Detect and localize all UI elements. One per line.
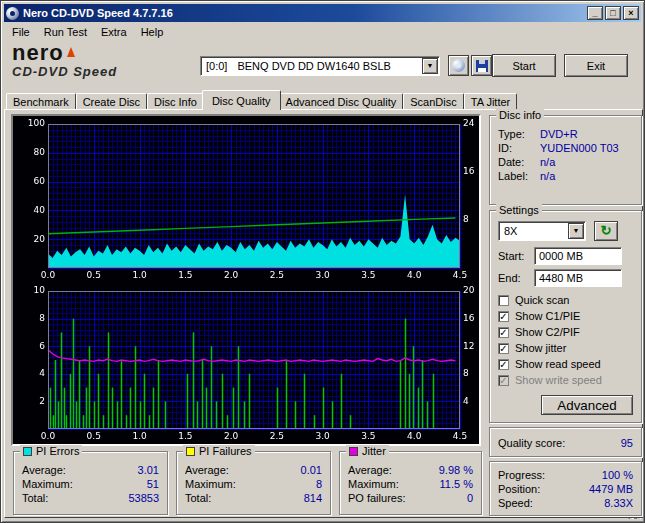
pi-errors-stats-group: PI Errors Average:3.01 Maximum:51 Total:… (13, 451, 168, 515)
logo-product-text: CD-DVD Speed (12, 64, 117, 79)
disc-icon (452, 59, 465, 72)
disc-label-label: Label: (498, 170, 540, 182)
minimize-icon: _ (592, 8, 597, 18)
jitter-average-value: 9.98 % (439, 464, 473, 476)
pi-errors-title: PI Errors (36, 445, 79, 457)
exit-button[interactable]: Exit (564, 54, 628, 77)
tab-benchmark[interactable]: Benchmark (6, 93, 76, 110)
app-window: Nero CD-DVD Speed 4.7.7.16 _ □ × File Ru… (0, 0, 645, 523)
close-button[interactable]: × (623, 6, 639, 20)
disc-type-label: Type: (498, 128, 540, 140)
tab-advanced-disc-quality[interactable]: Advanced Disc Quality (279, 93, 404, 110)
pif-average-value: 0.01 (301, 464, 322, 476)
tab-disc-quality[interactable]: Disc Quality (202, 90, 281, 110)
pie-total-value: 53853 (128, 492, 159, 504)
tab-create-disc[interactable]: Create Disc (76, 93, 147, 110)
progress-label: Progress: (498, 469, 545, 481)
disc-info-group: Disc info Type:DVD+R ID:YUDEN000 T03 Dat… (489, 115, 642, 205)
disc-date-value: n/a (540, 156, 555, 168)
scan-speed-select[interactable]: 8X ▼ (498, 221, 586, 241)
menu-bar: File Run Test Extra Help (4, 22, 641, 41)
jitter-title: Jitter (362, 445, 386, 457)
chevron-down-icon: ▼ (427, 62, 434, 69)
settings-group: Settings 8X ▼ ↻ Start:0000 MB End:4480 M… (489, 210, 642, 423)
scan-speed-value: 8X (499, 225, 568, 237)
flame-icon (67, 47, 75, 57)
advanced-button[interactable]: Advanced (541, 395, 633, 415)
progress-group: Progress:100 % Position:4479 MB Speed:8.… (489, 461, 642, 516)
disc-type-value: DVD+R (540, 128, 578, 140)
checkbox-box (498, 343, 509, 354)
jitter-maximum-value: 11.5 % (440, 478, 473, 490)
start-field-label: Start: (498, 250, 534, 262)
menu-extra[interactable]: Extra (94, 24, 134, 40)
progress-value: 100 % (602, 469, 633, 481)
toolbar: nero CD-DVD Speed [0:0]BENQ DVD DD DW164… (4, 41, 641, 90)
checkbox-box (498, 327, 509, 338)
jitter-swatch (349, 447, 358, 456)
checkbox-box (498, 295, 509, 306)
checkbox-box (498, 359, 509, 370)
quality-score-label: Quality score: (498, 437, 565, 449)
tab-disc-info[interactable]: Disc Info (147, 93, 204, 110)
logo-brand-text: nero (12, 43, 64, 63)
drive-bus: [0:0] (206, 60, 227, 72)
quality-score-group: Quality score: 95 (489, 427, 642, 457)
disc-label-value: n/a (540, 170, 555, 182)
pie-average-value: 3.01 (138, 464, 159, 476)
window-controls: _ □ × (587, 6, 639, 20)
tab-scandisc[interactable]: ScanDisc (403, 93, 463, 110)
save-icon (476, 60, 488, 72)
disc-id-value: YUDEN000 T03 (540, 142, 619, 154)
disc-date-label: Date: (498, 156, 540, 168)
window-title: Nero CD-DVD Speed 4.7.7.16 (23, 7, 587, 19)
drive-select[interactable]: [0:0]BENQ DVD DD DW1640 BSLB ▼ (200, 56, 440, 76)
checkbox-show-c1-pie[interactable]: Show C1/PIE (498, 310, 633, 322)
maximize-button[interactable]: □ (605, 6, 621, 20)
disc-id-label: ID: (498, 142, 540, 154)
end-field-label: End: (498, 272, 534, 284)
menu-run-test[interactable]: Run Test (37, 24, 94, 40)
speed-value: 8.33X (604, 497, 633, 509)
pif-total-value: 814 (304, 492, 322, 504)
title-bar[interactable]: Nero CD-DVD Speed 4.7.7.16 _ □ × (4, 4, 641, 22)
po-failures-value: 0 (467, 492, 473, 504)
close-icon: × (628, 8, 633, 18)
checkbox-show-write-speed: Show write speed (498, 374, 633, 386)
checkbox-show-jitter[interactable]: Show jitter (498, 342, 633, 354)
checkbox-box (498, 375, 509, 386)
checkbox-show-read-speed[interactable]: Show read speed (498, 358, 633, 370)
tab-strip: Benchmark Create Disc Disc Info Disc Qua… (6, 90, 641, 110)
pi-failures-jitter-chart (14, 284, 478, 444)
end-position-field[interactable]: 4480 MB (534, 269, 622, 287)
position-value: 4479 MB (589, 483, 633, 495)
jitter-stats-group: Jitter Average:9.98 % Maximum:11.5 % PO … (339, 451, 482, 515)
refresh-button[interactable]: ↻ (594, 221, 618, 241)
minimize-button[interactable]: _ (587, 6, 603, 20)
pi-failures-title: PI Failures (199, 445, 252, 457)
tab-ta-jitter[interactable]: TA Jitter (464, 93, 518, 110)
pif-maximum-value: 8 (316, 478, 322, 490)
position-label: Position: (498, 483, 540, 495)
app-icon (6, 7, 19, 20)
checkbox-quick-scan[interactable]: Quick scan (498, 294, 633, 306)
menu-help[interactable]: Help (134, 24, 171, 40)
start-position-field[interactable]: 0000 MB (534, 247, 622, 265)
speed-label: Speed: (498, 497, 533, 509)
start-button[interactable]: Start (492, 54, 556, 77)
pi-failures-stats-group: PI Failures Average:0.01 Maximum:8 Total… (176, 451, 331, 515)
pi-failures-swatch (186, 447, 195, 456)
eject-disc-button[interactable] (448, 55, 469, 76)
scan-speed-arrow[interactable]: ▼ (568, 223, 584, 239)
drive-select-arrow[interactable]: ▼ (422, 58, 438, 74)
pi-errors-chart (14, 117, 478, 283)
save-results-button[interactable] (471, 55, 492, 76)
settings-title: Settings (496, 204, 542, 216)
chevron-down-icon: ▼ (573, 227, 580, 234)
checkbox-box (498, 311, 509, 322)
menu-file[interactable]: File (5, 24, 37, 40)
pi-errors-swatch (23, 447, 32, 456)
disc-info-title: Disc info (496, 109, 544, 121)
chart-panel (11, 114, 481, 446)
checkbox-show-c2-pif[interactable]: Show C2/PIF (498, 326, 633, 338)
